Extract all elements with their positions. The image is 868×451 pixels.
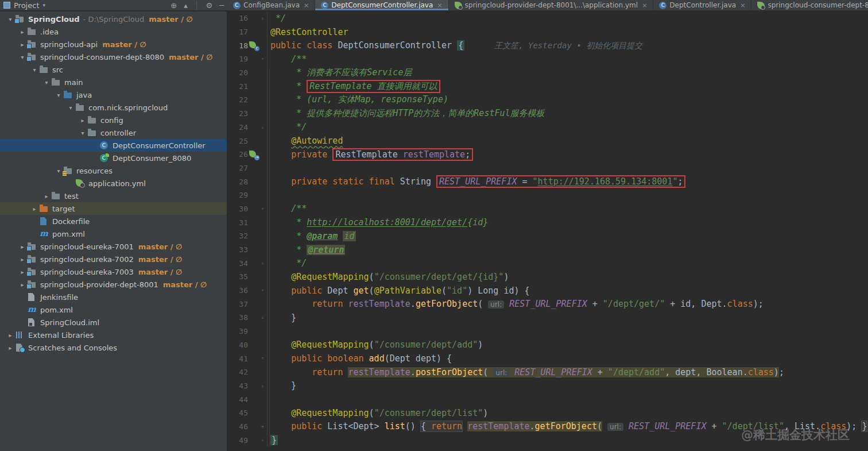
tree-arrow[interactable]: ▸ (6, 345, 15, 351)
tree-row-springcloud-eureka-7002[interactable]: ▸springcloud-eureka-7002master / ∅ (0, 253, 227, 265)
tab-ConfigBean.java[interactable]: CConfigBean.java× (227, 0, 315, 10)
tree-row-main[interactable]: ▾main (0, 76, 227, 88)
fold-marker[interactable]: ▿ (258, 352, 268, 365)
tree-arrow[interactable]: ▸ (30, 206, 39, 212)
fold-marker[interactable]: ▿ (258, 202, 268, 216)
code-text[interactable]: public boolean add(Dept dept) { (268, 353, 452, 364)
tab-DeptController.java[interactable]: CDeptController.java× (653, 0, 751, 10)
tree-arrow[interactable]: ▸ (42, 193, 51, 199)
fold-marker[interactable]: + (258, 420, 268, 434)
tree-row-application.yml[interactable]: application.yml (0, 177, 227, 190)
tree-row-springcloud-consumer-dept-8080[interactable]: ▾springcloud-consumer-dept-8080master / … (0, 51, 227, 63)
code-text[interactable]: * 消费者不应该有Service层 (268, 67, 412, 78)
fold-marker[interactable]: ▵ (258, 11, 268, 25)
tree-arrow[interactable]: ▾ (54, 92, 63, 98)
code-text[interactable]: public Dept get(@PathVariable("id") Long… (268, 286, 530, 296)
tree-row-SpringCloud.iml[interactable]: SpringCloud.iml (0, 316, 227, 329)
tree-arrow[interactable]: ▾ (18, 54, 27, 60)
code-text[interactable]: */ (268, 122, 307, 132)
tree-arrow[interactable]: ▾ (6, 16, 15, 22)
fold-marker[interactable]: ▵ (258, 256, 268, 270)
code-editor[interactable]: 16▵ */17@RestController18cpublic class D… (227, 11, 868, 451)
tree-row-src[interactable]: ▾src (0, 63, 227, 76)
code-text[interactable]: @RequestMapping("/consumer/dept/list") (268, 408, 488, 418)
code-text[interactable]: * http://localhost:8001/dept/get/{id} (268, 217, 488, 228)
fold-marker[interactable]: ▿ (258, 284, 268, 298)
collapse-all-icon[interactable]: ▴ (184, 1, 188, 10)
tree-arrow[interactable]: ▾ (30, 67, 39, 73)
tree-row-DeptConsumer_8080[interactable]: CDeptConsumer_8080 (0, 152, 227, 164)
code-text[interactable]: */ (268, 13, 286, 24)
tab-DeptConsumerController.java[interactable]: CDeptConsumerController.java× (315, 0, 448, 10)
tree-arrow[interactable]: ▸ (18, 282, 27, 288)
code-text[interactable]: * 提供多种便捷访问远程HTTP的方法，简单的RestFul服务模板 (268, 108, 545, 119)
tree-row-resources[interactable]: ▾resources (0, 164, 227, 177)
fold-marker[interactable]: ▵ (258, 311, 268, 325)
code-text[interactable]: */ (268, 258, 307, 268)
tree-arrow[interactable]: ▸ (18, 244, 27, 250)
code-text[interactable]: } (268, 380, 296, 391)
code-text[interactable]: private RestTemplate restTemplate; (268, 148, 473, 161)
tree-row-com.nick.springcloud[interactable]: ▾com.nick.springcloud (0, 101, 227, 114)
tree-arrow[interactable]: ▸ (18, 41, 27, 48)
tree-row-springcloud-api[interactable]: ▸springcloud-apimaster / ∅ (0, 38, 227, 51)
tree-row-.idea[interactable]: ▸.idea (0, 25, 227, 38)
tree-row-Jenkinsfile[interactable]: Jenkinsfile (0, 291, 227, 303)
code-text[interactable]: private static final String REST_URL_PRE… (268, 175, 685, 188)
code-text[interactable]: * @return (268, 245, 345, 255)
tree-arrow[interactable]: ▾ (42, 79, 51, 86)
tree-row-test[interactable]: ▸test (0, 190, 227, 202)
tree-row-SpringCloud[interactable]: ▾SpringCloud- D:\SpringCloudmaster / ∅ (0, 13, 227, 25)
code-text[interactable]: * @param id (268, 231, 356, 241)
tree-row-springcloud-eureka-7003[interactable]: ▸springcloud-eureka-7003master / ∅ (0, 265, 227, 278)
tree-row-target[interactable]: ▸target (0, 202, 227, 215)
close-icon[interactable]: × (437, 2, 442, 9)
autowired-arrow-icon[interactable]: → (254, 155, 259, 160)
tab-springcloud-consumer-dept-8080\...\applica[interactable]: springcloud-consumer-dept-8080\...\appli… (751, 0, 868, 10)
locate-icon[interactable]: ⊕ (170, 1, 177, 10)
close-icon[interactable]: × (304, 2, 309, 9)
tree-row-config[interactable]: ▸config (0, 114, 227, 126)
project-panel-title[interactable]: Project (14, 1, 39, 10)
tree-row-External Libraries[interactable]: ▸External Libraries (0, 329, 227, 341)
tree-arrow[interactable]: ▸ (18, 256, 27, 263)
hide-panel-icon[interactable]: ─ (219, 1, 224, 10)
code-text[interactable]: public class DeptConsumerController {王文笙… (268, 40, 642, 51)
tree-row-pom.xml[interactable]: mpom.xml (0, 228, 227, 240)
code-text[interactable]: @RequestMapping("/consumer/dept/add") (268, 340, 483, 350)
tree-arrow[interactable]: ▾ (78, 130, 87, 136)
tree-row-DeptConsumerController[interactable]: CDeptConsumerController (0, 139, 227, 152)
class-badge-icon[interactable]: c (254, 46, 259, 51)
fold-marker[interactable]: ▵ (258, 433, 268, 447)
tree-arrow[interactable]: ▸ (6, 332, 15, 338)
tree-row-Dockerfile[interactable]: Dockerfile (0, 215, 227, 228)
code-text[interactable]: * RestTemplate 直接调用就可以 (268, 80, 440, 93)
tree-row-pom.xml[interactable]: mpom.xml (0, 303, 227, 316)
code-text[interactable]: return restTemplate.getForObject( url: R… (268, 299, 764, 309)
tree-row-controller[interactable]: ▾controller (0, 126, 227, 139)
tree-arrow[interactable]: ▸ (18, 269, 27, 275)
tree-arrow[interactable]: ▾ (66, 105, 75, 111)
code-text[interactable]: @RestController (268, 27, 348, 37)
fold-marker[interactable]: ▵ (258, 121, 268, 134)
tree-row-springcloud-eureka-7001[interactable]: ▸springcloud-eureka-7001master / ∅ (0, 240, 227, 253)
close-icon[interactable]: × (642, 2, 647, 9)
close-icon[interactable]: × (740, 2, 745, 9)
code-text[interactable]: * (url, 实体Map, responseType) (268, 94, 448, 105)
tree-arrow[interactable]: ▸ (18, 29, 27, 35)
chevron-down-icon[interactable]: ▾ (42, 2, 45, 8)
code-text[interactable]: /** (268, 203, 307, 214)
code-text[interactable]: @RequestMapping("/consumer/dept/get/{id}… (268, 272, 509, 282)
fold-marker[interactable]: ▵ (258, 379, 268, 393)
tab-springcloud-provider-dept-8001\...\application.yml[interactable]: springcloud-provider-dept-8001\...\appli… (449, 0, 654, 10)
tree-row-springcloud-provider-dept-8001[interactable]: ▸springcloud-provider-dept-8001master / … (0, 278, 227, 291)
tree-row-java[interactable]: ▾java (0, 88, 227, 101)
code-text[interactable]: /** (268, 54, 307, 64)
code-text[interactable]: } (268, 313, 296, 323)
tree-row-Scratches and Consoles[interactable]: ▸Scratches and Consoles (0, 341, 227, 354)
code-text[interactable]: @Autowired (268, 136, 343, 146)
fold-marker[interactable]: ▿ (258, 52, 268, 66)
settings-gear-icon[interactable]: ⚙ (206, 1, 213, 10)
tree-arrow[interactable]: ▾ (54, 168, 63, 174)
code-text[interactable]: return restTemplate.postForObject( url: … (268, 367, 784, 377)
